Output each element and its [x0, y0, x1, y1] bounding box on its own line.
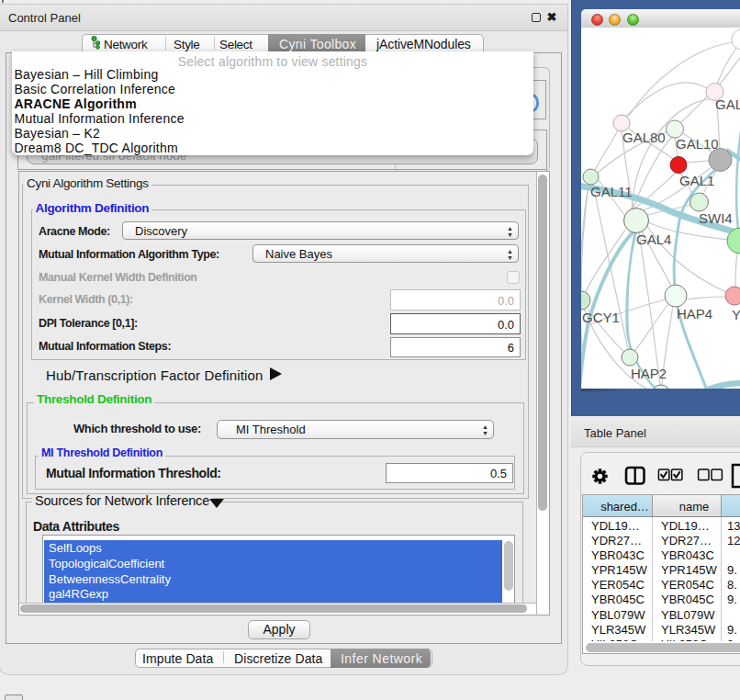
svg-text:HAP4: HAP4 [677, 306, 712, 322]
svg-text:GAL4: GAL4 [636, 231, 671, 247]
svg-text:HAP2: HAP2 [631, 366, 667, 381]
svg-text:GAL80: GAL80 [622, 130, 666, 145]
svg-text:GAL11: GAL11 [590, 184, 633, 199]
svg-text:GAL1: GAL1 [679, 173, 714, 188]
svg-text:Y: Y [732, 307, 740, 322]
svg-text:GAL: GAL [715, 96, 740, 112]
svg-text:GAL10: GAL10 [676, 136, 719, 152]
svg-text:SWI4: SWI4 [699, 210, 733, 226]
svg-text:GCY1: GCY1 [582, 310, 620, 325]
